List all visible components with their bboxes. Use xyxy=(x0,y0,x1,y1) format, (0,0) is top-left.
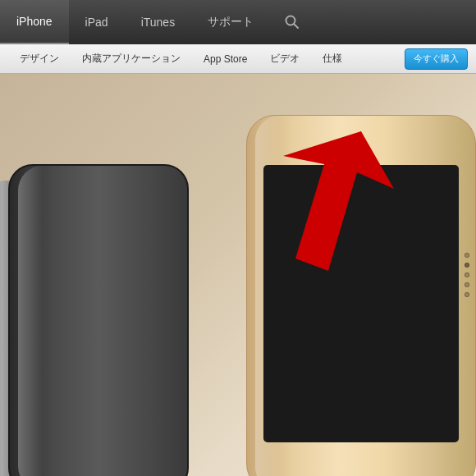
iphone-gold-body xyxy=(246,115,476,476)
hero-section xyxy=(0,74,476,476)
search-icon xyxy=(285,15,300,30)
subnav-specs[interactable]: 仕様 xyxy=(311,44,354,74)
dot-2[interactable] xyxy=(465,263,469,268)
search-button[interactable] xyxy=(270,0,314,44)
iphone-screen xyxy=(263,165,459,442)
nav-support[interactable]: サポート xyxy=(191,0,270,44)
sub-nav: デザイン 内蔵アプリケーション App Store ビデオ 仕様 今すぐ購入 xyxy=(0,44,476,74)
iphone-gold xyxy=(246,98,476,476)
nav-iphone[interactable]: iPhone xyxy=(0,0,69,44)
iphone-dark xyxy=(8,148,189,476)
iphone-dark-body xyxy=(8,164,189,476)
subnav-video[interactable]: ビデオ xyxy=(259,44,311,74)
buy-button[interactable]: 今すぐ購入 xyxy=(405,48,468,70)
top-nav: iPhone iPad iTunes サポート xyxy=(0,0,476,44)
svg-line-1 xyxy=(295,25,299,29)
subnav-appstore[interactable]: App Store xyxy=(192,44,259,74)
nav-ipad[interactable]: iPad xyxy=(69,0,125,44)
subnav-apps[interactable]: 内蔵アプリケーション xyxy=(71,44,192,74)
nav-itunes[interactable]: iTunes xyxy=(125,0,192,44)
pagination-dots xyxy=(465,253,469,297)
dot-4[interactable] xyxy=(465,282,469,287)
subnav-design[interactable]: デザイン xyxy=(8,44,71,74)
dot-3[interactable] xyxy=(465,272,469,277)
dot-5[interactable] xyxy=(465,292,469,297)
dot-1[interactable] xyxy=(465,253,469,258)
phone-dark-highlight xyxy=(18,166,43,476)
